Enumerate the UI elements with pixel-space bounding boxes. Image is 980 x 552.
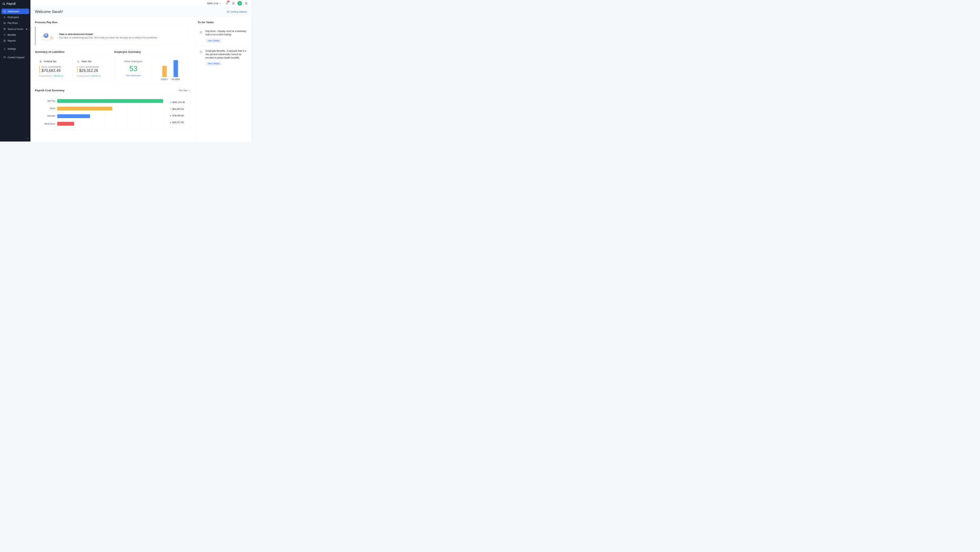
section-title-liabilities: Summary of Liabilities: [35, 50, 110, 54]
employee-mini-chart: HOURLY SALARIED: [156, 60, 185, 80]
gauge-icon: [3, 10, 6, 13]
todo-item: Employee Benefits - Employee that is a t…: [197, 46, 248, 69]
state-tax-box: State Tax TOTAL OUTSTANDING $29,312.26 F…: [73, 57, 110, 81]
federal-tax-box: Federal Tax TOTAL OUTSTANDING $70,682.49…: [35, 57, 73, 81]
cost-row-label: Benefits: [40, 115, 55, 117]
hourly-bar: [162, 66, 167, 77]
chevron-left-icon: [26, 138, 29, 140]
todo-text: Pay Runs - Payday must be a weekday that…: [206, 30, 247, 36]
svg-point-1: [3, 11, 5, 13]
legend-value: $78,045.86: [172, 114, 183, 117]
section-title-empsum: Employee Summary: [115, 50, 190, 54]
app-logo[interactable]: Payroll: [0, 0, 31, 8]
user-icon: [3, 16, 6, 19]
sidebar-item-reports[interactable]: Reports: [2, 38, 29, 43]
topbar: Zylker Corp ▼ 4 Z: [31, 0, 251, 7]
notification-badge: 4: [228, 1, 230, 3]
avatar-letter: Z: [239, 2, 240, 5]
state-funded-label: Funded Amount:: [77, 75, 91, 77]
liabilities-card: Federal Tax TOTAL OUTSTANDING $70,682.49…: [35, 56, 110, 81]
sidebar: Payroll Dashboard Employees Pay Runs Tax…: [0, 0, 31, 141]
salaried-label: SALARIED: [171, 78, 180, 80]
sidebar-item-label: Settings: [8, 48, 16, 50]
svg-point-2: [4, 16, 5, 17]
getting-started-link[interactable]: Getting Started: [227, 10, 247, 13]
svg-point-7: [233, 3, 234, 4]
apps-button[interactable]: [244, 1, 248, 6]
chat-icon: [3, 56, 6, 59]
section-title-todo: To Do Tasks: [197, 21, 248, 24]
document-icon: [198, 30, 203, 35]
payrun-card: Take a well-deserved break! You have no …: [35, 27, 190, 45]
hourly-label: HOURLY: [161, 78, 168, 80]
todo-text: Employee Benefits - Employee that is a t…: [206, 49, 247, 60]
salaried-bar: [173, 60, 178, 77]
notifications-button[interactable]: 4: [224, 1, 229, 6]
sidebar-item-label: Employees: [8, 16, 19, 19]
app-name: Payroll: [6, 2, 15, 5]
state-tax-name: State Tax: [81, 60, 91, 63]
cost-filter-dropdown[interactable]: This Year▼: [178, 89, 189, 92]
stamp-icon: [77, 60, 80, 63]
settings-button[interactable]: [231, 1, 235, 6]
heart-icon: [3, 33, 6, 36]
svg-point-11: [44, 33, 47, 36]
sidebar-item-label: Taxes & Forms: [8, 28, 23, 30]
fed-funded-label: Funded Amount:: [39, 75, 54, 77]
avatar[interactable]: Z: [237, 1, 242, 5]
break-illustration-icon: [39, 31, 56, 41]
fed-out-label: TOTAL OUTSTANDING: [41, 66, 68, 68]
chevron-down-icon: ▼: [220, 2, 221, 4]
cost-row-label: Taxes: [40, 108, 55, 110]
cost-card: Net Pay Taxes Benefits Deductions $391,1…: [35, 95, 190, 130]
active-emp-label: Active Employees: [118, 60, 148, 63]
sidebar-item-payruns[interactable]: Pay Runs: [2, 21, 29, 26]
svg-point-12: [45, 34, 46, 35]
todo-panel: To Do Tasks Pay Runs - Payday must be a …: [194, 17, 251, 141]
chart-icon: [3, 39, 6, 42]
cost-bar-chart: Net Pay Taxes Benefits Deductions: [40, 99, 163, 125]
chevron-right-icon: ▶: [26, 28, 28, 30]
sidebar-item-benefits[interactable]: Benefits: [2, 32, 29, 37]
play-icon: [227, 10, 229, 13]
svg-point-9: [41, 40, 51, 41]
sidebar-item-settings[interactable]: Settings: [2, 46, 29, 52]
sidebar-collapse[interactable]: [0, 136, 31, 141]
sidebar-item-label: Pay Runs: [8, 22, 18, 24]
cost-row-label: Net Pay: [40, 100, 55, 102]
sidebar-item-taxes[interactable]: Taxes & Forms ▶: [2, 26, 29, 32]
gear-icon: [232, 2, 235, 5]
getting-started-text: Getting Started: [231, 10, 247, 13]
sidebar-nav: Dashboard Employees Pay Runs Taxes & For…: [0, 8, 31, 135]
svg-rect-0: [3, 3, 5, 5]
content-main: Process Pay Run Take a well-deserved bre…: [31, 17, 194, 141]
org-name: Zylker Corp: [207, 2, 219, 5]
view-details-button[interactable]: View Details: [206, 38, 222, 43]
state-funded-value: $18,094.16: [91, 75, 101, 77]
sidebar-item-label: Contact Support: [8, 56, 24, 59]
form-icon: [3, 28, 6, 30]
sidebar-item-label: Benefits: [8, 34, 16, 36]
bank-icon: [39, 60, 42, 63]
fed-out-value: $70,682.49: [41, 68, 68, 73]
svg-rect-13: [50, 36, 54, 40]
org-switcher[interactable]: Zylker Corp ▼: [206, 2, 223, 5]
legend-value: $30,571.50: [172, 121, 183, 124]
fed-funded-value: $38,601.12: [54, 75, 63, 77]
sidebar-item-support[interactable]: Contact Support: [2, 54, 29, 60]
section-title-cost: Payroll Cost Summary: [35, 89, 64, 92]
legend-value: $84,695.28: [172, 108, 183, 111]
view-details-button[interactable]: View Details: [206, 62, 222, 66]
active-emp-count: 53: [118, 64, 148, 73]
svg-point-6: [4, 49, 5, 49]
cost-row-label: Deductions: [40, 122, 55, 125]
svg-point-16: [42, 36, 44, 37]
sidebar-item-dashboard[interactable]: Dashboard: [2, 8, 29, 14]
state-out-value: $29,312.26: [79, 68, 106, 73]
svg-rect-14: [51, 34, 53, 36]
view-employees-link[interactable]: View Employees: [118, 75, 148, 77]
todo-item: Pay Runs - Payday must be a weekday that…: [197, 27, 248, 46]
sidebar-item-employees[interactable]: Employees: [2, 14, 29, 20]
employee-summary-card: Active Employees 53 View Employees HOURL…: [115, 56, 190, 84]
caret-down-icon: ▼: [188, 90, 190, 92]
